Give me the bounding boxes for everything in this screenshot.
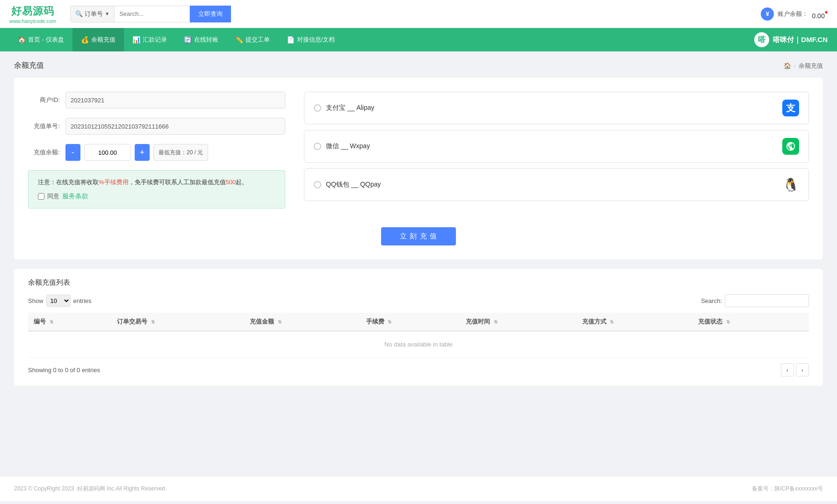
- payment-name-alipay: 支付宝 __ Alipay: [326, 104, 374, 112]
- showing-text: Showing 0 to 0 of 0 entries: [28, 367, 100, 374]
- sort-icon-id: ⇅: [50, 319, 53, 324]
- form-right: 支付宝 __ Alipay 支 微信 __ Wxpay: [304, 92, 809, 201]
- payment-name-wechat: 微信 __ Wxpay: [326, 142, 370, 151]
- agree-row: 同意 服务条款: [38, 192, 275, 201]
- notice-box: 注意：在线充值将收取%手续费用，免手续费可联系人工加款最低充值500起。 同意 …: [28, 170, 285, 209]
- col-amount: 充值金额 ⇅: [244, 313, 361, 331]
- breadcrumb-home-icon: 🏠: [784, 62, 791, 69]
- payment-option-qq[interactable]: QQ钱包 __ QQpay 🐧: [304, 168, 809, 201]
- nav-item-dashboard[interactable]: 🏠 首页 - 仪表盘: [9, 28, 72, 51]
- balance-amount: 0.00•: [812, 8, 828, 20]
- col-order: 订单交易号 ⇅: [111, 313, 244, 331]
- search-type-select[interactable]: 🔍 订单号 ▼: [71, 6, 115, 22]
- terms-link[interactable]: 服务条款: [62, 192, 88, 201]
- next-page-button[interactable]: ›: [796, 363, 809, 376]
- search-input[interactable]: [115, 10, 189, 17]
- prev-page-button[interactable]: ‹: [781, 363, 794, 376]
- yuan-symbol: ¥: [766, 10, 769, 17]
- amount-plus-button[interactable]: +: [135, 144, 150, 161]
- no-data-row: No data available in table: [28, 331, 809, 358]
- nav-item-ticket[interactable]: ✏️ 提交工单: [227, 28, 278, 51]
- table-search-input[interactable]: [725, 294, 809, 307]
- nav-bar: 🏠 首页 - 仪表盘 💰 余额充值 📊 汇款记录 🔄 在线转账 ✏️ 提交工单 …: [0, 28, 837, 51]
- breadcrumb-separator: ›: [794, 62, 796, 69]
- balance-icon: ¥: [761, 7, 774, 21]
- order-no-input[interactable]: [65, 118, 285, 135]
- home-icon: 🏠: [18, 36, 26, 43]
- nav-item-transfer[interactable]: 🔄 在线转账: [175, 28, 227, 51]
- wechat-icon: [782, 138, 799, 155]
- nav-item-records[interactable]: 📊 汇款记录: [124, 28, 175, 51]
- payment-left-wechat: 微信 __ Wxpay: [314, 142, 370, 151]
- payment-option-wechat[interactable]: 微信 __ Wxpay: [304, 130, 809, 163]
- payment-left-alipay: 支付宝 __ Alipay: [314, 104, 374, 112]
- amount-input[interactable]: [84, 144, 131, 161]
- brand-logo-icon: 嗒: [754, 32, 769, 47]
- chart-icon: 📊: [132, 36, 140, 43]
- show-entries: Show 10 25 50 100 entries: [28, 295, 92, 307]
- logo-area: 好易源码 www.haoyicode.com: [9, 4, 56, 24]
- search-bar: 🔍 订单号 ▼: [70, 6, 190, 22]
- nav-label-records: 汇款记录: [143, 36, 167, 44]
- nav-label-recharge: 余额充值: [91, 36, 115, 44]
- sort-icon-method: ⇅: [610, 319, 613, 324]
- agree-prefix-label: 同意: [47, 192, 59, 201]
- col-status: 充值状态 ⇅: [693, 313, 809, 331]
- amount-minus-button[interactable]: -: [65, 144, 80, 161]
- footer-icp: 备案号：陕ICP备xxxxxxxx号: [752, 485, 823, 493]
- qq-icon: 🐧: [782, 176, 799, 193]
- transfer-icon: 🔄: [184, 36, 192, 43]
- order-no-label: 充值单号:: [28, 122, 65, 130]
- logo-subtitle: www.haoyicode.com: [9, 18, 56, 24]
- table-footer: Showing 0 to 0 of 0 entries ‹ ›: [28, 363, 809, 376]
- nav-brand: 嗒 嗒咪付｜DMF.CN: [754, 32, 828, 47]
- nav-label-docs: 对接信息/文档: [297, 36, 335, 44]
- doc-icon: 📄: [287, 36, 295, 43]
- payment-name-qq: QQ钱包 __ QQpay: [326, 180, 381, 189]
- logo-text: 好易源码: [11, 4, 54, 18]
- form-section: 商户ID: 充值单号: 充值余额: - + 最低充值：20 / 元: [28, 92, 809, 218]
- radio-qq: [314, 181, 321, 188]
- nav-label-transfer: 在线转账: [194, 36, 218, 44]
- page-content: 余额充值 🏠 › 余额充值 商户ID: 充值单号: 充值余额:: [0, 51, 837, 476]
- submit-row: 立 刻 充 值: [28, 227, 809, 245]
- nav-item-docs[interactable]: 📄 对接信息/文档: [278, 28, 344, 51]
- amount-controls: - + 最低充值：20 / 元: [65, 144, 285, 161]
- table-search: Search:: [701, 294, 809, 307]
- footer-copyright: 2023 © CopyRight 2023 ·好易源码网 Inc.All Rig…: [14, 485, 166, 493]
- search-type-label: 订单号: [85, 10, 103, 18]
- table-header-row: 编号 ⇅ 订单交易号 ⇅ 充值金额 ⇅ 手续费 ⇅ 充值时间 ⇅ 充值方式 ⇅ …: [28, 313, 809, 331]
- alipay-icon: 支: [782, 100, 799, 116]
- nav-label-dashboard: 首页 - 仪表盘: [28, 36, 64, 44]
- table-title: 余额充值列表: [28, 278, 809, 287]
- table-body: No data available in table: [28, 331, 809, 358]
- header-right: ¥ 账户余额： 0.00•: [761, 7, 828, 21]
- nav-label-ticket: 提交工单: [245, 36, 270, 44]
- chevron-down-icon: ▼: [105, 11, 109, 16]
- amount-label: 充值余额:: [28, 148, 65, 157]
- table-card: 余额充值列表 Show 10 25 50 100 entries Search:: [14, 269, 823, 386]
- col-fee: 手续费 ⇅: [361, 313, 460, 331]
- page-title: 余额充值: [14, 61, 44, 71]
- merchant-id-row: 商户ID:: [28, 92, 285, 108]
- search-label: Search:: [701, 297, 722, 304]
- merchant-id-input[interactable]: [65, 92, 285, 108]
- order-no-row: 充值单号:: [28, 118, 285, 135]
- page-footer: 2023 © CopyRight 2023 ·好易源码网 Inc.All Rig…: [0, 476, 837, 501]
- submit-button[interactable]: 立 刻 充 值: [381, 227, 456, 245]
- payment-option-alipay[interactable]: 支付宝 __ Alipay 支: [304, 92, 809, 124]
- main-card: 商户ID: 充值单号: 充值余额: - + 最低充值：20 / 元: [14, 78, 823, 259]
- search-button[interactable]: 立即查询: [190, 6, 231, 22]
- data-table: 编号 ⇅ 订单交易号 ⇅ 充值金额 ⇅ 手续费 ⇅ 充值时间 ⇅ 充值方式 ⇅ …: [28, 313, 809, 358]
- radio-wechat: [314, 143, 321, 150]
- payment-left-qq: QQ钱包 __ QQpay: [314, 180, 381, 189]
- entries-select[interactable]: 10 25 50 100: [46, 295, 71, 307]
- brand-name: 嗒咪付｜DMF.CN: [773, 36, 828, 44]
- agree-checkbox[interactable]: [38, 193, 44, 200]
- nav-item-recharge[interactable]: 💰 余额充值: [72, 28, 124, 51]
- form-left: 商户ID: 充值单号: 充值余额: - + 最低充值：20 / 元: [28, 92, 285, 218]
- money-icon: 💰: [81, 36, 89, 43]
- table-head: 编号 ⇅ 订单交易号 ⇅ 充值金额 ⇅ 手续费 ⇅ 充值时间 ⇅ 充值方式 ⇅ …: [28, 313, 809, 331]
- nav-items: 🏠 首页 - 仪表盘 💰 余额充值 📊 汇款记录 🔄 在线转账 ✏️ 提交工单 …: [9, 28, 343, 51]
- top-header: 好易源码 www.haoyicode.com 🔍 订单号 ▼ 立即查询 ¥ 账户…: [0, 0, 837, 28]
